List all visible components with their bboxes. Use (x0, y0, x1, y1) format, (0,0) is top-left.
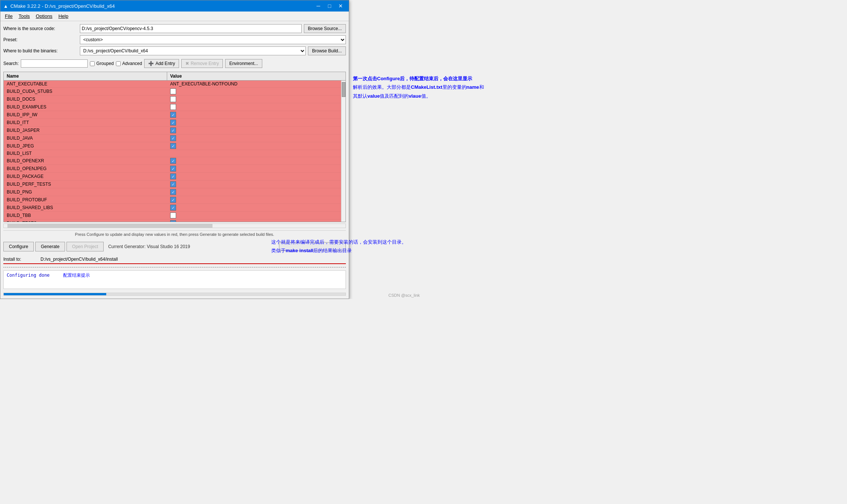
title-bar: ▲ CMake 3.22.2 - D:/vs_project/OpenCV/bu… (0, 0, 349, 12)
value-checkbox[interactable]: ✓ (170, 166, 176, 172)
table-row[interactable]: BUILD_PNG✓ (4, 188, 341, 196)
name-cell: BUILD_OPENJPEG (4, 165, 167, 172)
value-checkbox[interactable]: ✓ (170, 181, 176, 187)
value-checkbox[interactable] (170, 96, 176, 102)
generate-button[interactable]: Generate (35, 242, 65, 251)
advanced-checkbox-label[interactable]: Advanced (116, 61, 142, 66)
table-row[interactable]: BUILD_JAVA✓ (4, 134, 341, 142)
grouped-checkbox-label[interactable]: Grouped (90, 61, 114, 66)
table-row[interactable]: BUILD_JPEG✓ (4, 142, 341, 150)
value-cell: ✓ (167, 165, 341, 172)
install-value: D:/vs_project/OpenCV/bulid_x64/install (40, 257, 118, 262)
value-checkbox[interactable]: ✓ (170, 220, 176, 222)
browse-build-button[interactable]: Browse Build... (308, 46, 346, 55)
table-row[interactable]: BUILD_ITT✓ (4, 119, 341, 127)
minimize-button[interactable]: ─ (313, 2, 324, 10)
value-checkbox[interactable]: ✓ (170, 189, 176, 195)
value-checkbox[interactable] (170, 212, 176, 218)
x-icon: ✖ (185, 61, 189, 66)
add-entry-button[interactable]: ➕ Add Entry (144, 59, 179, 68)
value-cell: ANT_EXECUTABLE-NOTFOUND (167, 81, 341, 87)
table-row[interactable]: BUILD_TESTS✓ (4, 220, 341, 222)
remove-entry-button[interactable]: ✖ Remove Entry (181, 59, 223, 68)
table-row[interactable]: BUILD_CUDA_STUBS (4, 88, 341, 95)
search-label: Search: (3, 61, 19, 66)
menu-file[interactable]: File (2, 12, 16, 20)
scrollbar-thumb[interactable] (342, 82, 345, 97)
table-row[interactable]: BUILD_OPENEXR✓ (4, 157, 341, 165)
value-checkbox[interactable]: ✓ (170, 205, 176, 211)
hint-text: 配置结束提示 (63, 273, 90, 278)
source-input[interactable] (80, 24, 302, 33)
maximize-button[interactable]: □ (324, 2, 335, 10)
table-row[interactable]: BUILD_PERF_TESTS✓ (4, 181, 341, 188)
value-cell: ✓ (167, 157, 341, 165)
value-checkbox[interactable] (170, 104, 176, 110)
source-row: Where is the source code: Browse Source.… (3, 24, 346, 33)
preset-label: Preset: (3, 37, 78, 42)
value-cell (167, 88, 341, 95)
value-checkbox[interactable]: ✓ (170, 112, 176, 118)
name-cell: BUILD_ITT (4, 119, 167, 126)
value-checkbox[interactable]: ✓ (170, 120, 176, 126)
name-cell: BUILD_PACKAGE (4, 173, 167, 180)
log-area: Configuring done 配置结束提示 (3, 270, 346, 289)
table-row[interactable]: BUILD_IPP_IW✓ (4, 111, 341, 119)
value-checkbox[interactable]: ✓ (170, 127, 176, 133)
name-cell: BUILD_OPENEXR (4, 157, 167, 164)
value-cell: ✓ (167, 134, 341, 142)
value-checkbox[interactable]: ✓ (170, 143, 176, 149)
table-row[interactable]: BUILD_LIST (4, 150, 341, 157)
table-row[interactable]: BUILD_DOCS (4, 95, 341, 103)
log-line-0: Configuring done 配置结束提示 (7, 272, 343, 279)
table-row[interactable]: BUILD_EXAMPLES (4, 103, 341, 111)
right-annotation-2: 这个就是将来编译完成后，需要安装的话，会安装到这个目录。 类似于make ins… (271, 238, 427, 255)
value-checkbox[interactable]: ✓ (170, 158, 176, 164)
name-cell: BUILD_DOCS (4, 96, 167, 103)
value-cell: ✓ (167, 111, 341, 118)
preset-select[interactable]: <custom> (80, 35, 346, 44)
table-row[interactable]: BUILD_PROTOBUF✓ (4, 196, 341, 204)
environment-button[interactable]: Environment... (225, 59, 262, 68)
status-text: Press Configure to update and display ne… (75, 232, 274, 237)
value-cell (167, 103, 341, 111)
value-checkbox[interactable]: ✓ (170, 197, 176, 203)
value-checkbox[interactable]: ✓ (170, 173, 176, 179)
search-input[interactable] (21, 59, 88, 68)
toolbar-row: Search: Grouped Advanced ➕ Add Entry ✖ R… (3, 58, 346, 69)
table-row[interactable]: BUILD_JASPER✓ (4, 127, 341, 134)
grouped-checkbox[interactable] (90, 61, 95, 66)
source-label: Where is the source code: (3, 26, 78, 31)
configure-button[interactable]: Configure (3, 242, 34, 251)
cmake-table: Name Value ANT_EXECUTABLEANT_EXECUTABLE-… (3, 72, 346, 222)
window-controls: ─ □ ✕ (313, 2, 346, 10)
table-row[interactable]: ANT_EXECUTABLEANT_EXECUTABLE-NOTFOUND (4, 81, 341, 88)
table-row[interactable]: BUILD_TBB (4, 212, 341, 220)
menu-options[interactable]: Options (33, 12, 55, 20)
build-select[interactable]: D:/vs_project/OpenCV/bulid_x64 (80, 46, 306, 55)
value-checkbox[interactable]: ✓ (170, 135, 176, 141)
menu-tools[interactable]: Tools (16, 12, 33, 20)
scrollbar-track[interactable] (341, 81, 345, 222)
value-column-header: Value (167, 72, 345, 80)
value-cell: ✓ (167, 127, 341, 134)
advanced-checkbox[interactable] (116, 61, 121, 66)
value-cell: ✓ (167, 181, 341, 188)
table-row[interactable]: BUILD_OPENJPEG✓ (4, 165, 341, 173)
build-row: Where to build the binaries: D:/vs_proje… (3, 46, 346, 55)
value-checkbox[interactable] (170, 88, 176, 94)
table-row[interactable]: BUILD_SHARED_LIBS✓ (4, 204, 341, 212)
value-cell (167, 153, 341, 154)
close-button[interactable]: ✕ (335, 2, 346, 10)
browse-source-button[interactable]: Browse Source... (304, 24, 346, 33)
right-annotation-1: 第一次点击Configure后，待配置结束后，会在这里显示 解析后的效果。大部分… (353, 74, 487, 100)
name-cell: BUILD_JPEG (4, 143, 167, 149)
name-cell: BUILD_TBB (4, 212, 167, 219)
table-row[interactable]: BUILD_PACKAGE✓ (4, 173, 341, 181)
table-body: ANT_EXECUTABLEANT_EXECUTABLE-NOTFOUNDBUI… (4, 81, 341, 222)
open-project-button[interactable]: Open Project (66, 242, 104, 251)
menu-bar: File Tools Options Help (0, 12, 349, 21)
name-column-header: Name (4, 72, 167, 80)
name-cell: BUILD_IPP_IW (4, 111, 167, 118)
menu-help[interactable]: Help (55, 12, 71, 20)
